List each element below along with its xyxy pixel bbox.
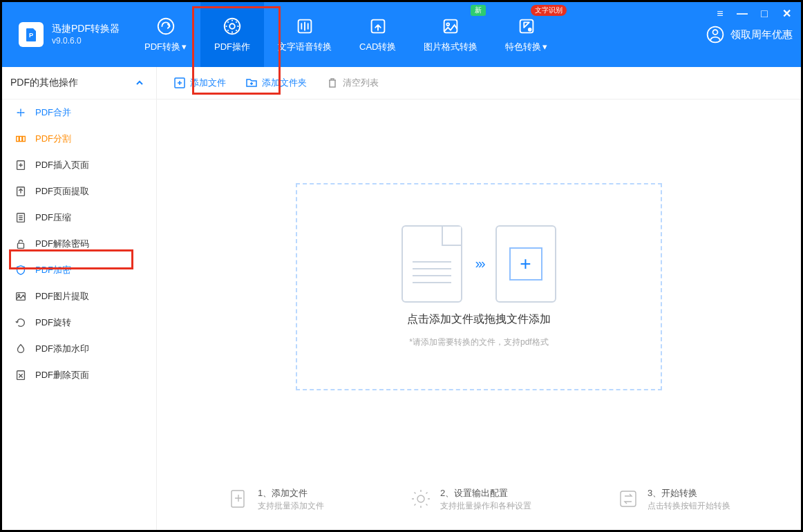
svg-point-3 [229, 23, 235, 29]
arrows-icon: › › › [475, 256, 482, 272]
sidebar-item-delete-page[interactable]: PDF删除页面 [2, 362, 156, 388]
step-sub: 支持批量添加文件 [258, 500, 324, 512]
add-folder-button[interactable]: 添加文件夹 [245, 77, 307, 89]
svg-rect-18 [18, 243, 24, 248]
toolbar-label: 添加文件夹 [262, 77, 307, 89]
sidebar-item-split[interactable]: PDF分割 [2, 126, 156, 152]
toolbar: 添加文件 添加文件夹 清空列表 [157, 67, 801, 99]
svg-point-11 [713, 30, 718, 35]
watermark-icon [15, 343, 27, 355]
sidebar-item-label: PDF压缩 [35, 211, 71, 224]
app-header: P 迅捷PDF转换器 v9.0.6.0 PDF转换▾ PDF操作 文字语音转换 [2, 2, 801, 67]
split-icon [15, 133, 27, 145]
document-icon [402, 225, 462, 303]
step-title: 2、设置输出配置 [440, 486, 531, 500]
chevron-down-icon: ▾ [182, 41, 187, 52]
promo-text: 领取周年优惠 [730, 28, 793, 41]
step-title: 1、添加文件 [258, 486, 324, 500]
step-2: 2、设置输出配置 支持批量操作和各种设置 [410, 486, 531, 513]
svg-rect-12 [17, 136, 19, 141]
dropzone-subtitle: *请添加需要转换的文件，支持pdf格式 [409, 336, 548, 348]
sidebar-item-label: PDF加密 [35, 264, 71, 276]
nav-label: PDF转换 [144, 41, 180, 52]
nav-label: PDF操作 [214, 41, 250, 53]
main-panel: 添加文件 添加文件夹 清空列表 › › › [157, 67, 801, 530]
add-file-button[interactable]: 添加文件 [173, 77, 226, 89]
step-convert-icon [617, 488, 639, 510]
extract-page-icon [15, 185, 27, 198]
sidebar-item-extract-image[interactable]: PDF图片提取 [2, 283, 156, 310]
svg-rect-23 [232, 491, 244, 507]
app-version: v9.0.6.0 [52, 35, 120, 47]
svg-rect-13 [19, 136, 22, 141]
sidebar-item-label: PDF解除密码 [35, 238, 89, 250]
svg-text:P: P [29, 32, 33, 39]
sidebar: PDF的其他操作 PDF合并 PDF分割 PDF插入页面 PDF页面提取 [2, 67, 157, 530]
nav-tab-image[interactable]: 新 图片格式转换 [410, 2, 491, 67]
merge-icon [15, 106, 27, 119]
nav-tab-pdf-operate[interactable]: PDF操作 [200, 2, 264, 67]
step-1: 1、添加文件 支持批量添加文件 [227, 486, 324, 513]
sidebar-item-rotate[interactable]: PDF旋转 [2, 310, 156, 336]
nav-tab-cad[interactable]: CAD转换 [346, 2, 410, 67]
sidebar-item-label: PDF页面提取 [35, 185, 89, 198]
compress-icon [15, 211, 27, 224]
maximize-icon[interactable]: □ [758, 8, 771, 20]
step-title: 3、开始转换 [648, 486, 730, 500]
close-icon[interactable]: ✕ [780, 8, 793, 20]
sidebar-item-unlock[interactable]: PDF解除密码 [2, 231, 156, 257]
nav-label: 特色转换 [505, 41, 541, 52]
add-folder-icon [245, 77, 258, 89]
clear-list-button[interactable]: 清空列表 [326, 77, 379, 89]
image-icon [15, 290, 27, 303]
add-file-icon [173, 77, 186, 89]
app-title: 迅捷PDF转换器 [52, 22, 120, 36]
delete-page-icon [15, 369, 27, 381]
steps-row: 1、添加文件 支持批量添加文件 2、设置输出配置 支持批量操作和各种设置 3、开… [157, 474, 801, 531]
svg-point-24 [417, 495, 424, 502]
svg-point-7 [447, 23, 450, 26]
app-logo-icon: P [19, 22, 44, 47]
shield-icon [15, 264, 27, 276]
step-gear-icon [410, 488, 432, 510]
nav-label: CAD转换 [359, 41, 396, 53]
step-add-icon [227, 488, 249, 510]
nav-tab-pdf-convert[interactable]: PDF转换▾ [131, 2, 200, 67]
sidebar-item-watermark[interactable]: PDF添加水印 [2, 336, 156, 362]
sidebar-item-insert[interactable]: PDF插入页面 [2, 152, 156, 178]
sidebar-item-label: PDF添加水印 [35, 343, 89, 355]
svg-rect-14 [23, 136, 26, 141]
nav-tabs: PDF转换▾ PDF操作 文字语音转换 CAD转换 新 图片格式转换 文字识别 [131, 2, 561, 67]
minimize-icon[interactable]: — [736, 8, 748, 20]
dropzone-illustration: › › › + [402, 225, 556, 303]
step-sub: 点击转换按钮开始转换 [648, 500, 730, 512]
nav-tab-special[interactable]: 文字识别 特色转换▾ [491, 2, 561, 67]
plus-icon: + [509, 247, 542, 281]
badge-ocr: 文字识别 [531, 5, 567, 16]
dropzone[interactable]: › › › + 点击添加文件或拖拽文件添加 *请添加需要转换的文件，支持pdf格… [296, 183, 662, 390]
sidebar-item-encrypt[interactable]: PDF加密 [2, 257, 156, 283]
svg-point-9 [529, 28, 531, 31]
sidebar-item-extract-page[interactable]: PDF页面提取 [2, 178, 156, 205]
app-title-block: 迅捷PDF转换器 v9.0.6.0 [52, 22, 120, 47]
svg-point-1 [158, 19, 173, 35]
sidebar-item-merge[interactable]: PDF合并 [2, 99, 156, 126]
sidebar-item-label: PDF旋转 [35, 316, 71, 329]
sidebar-item-label: PDF分割 [35, 133, 71, 145]
toolbar-label: 添加文件 [190, 77, 226, 89]
sidebar-item-label: PDF合并 [35, 106, 71, 119]
unlock-icon [15, 238, 27, 250]
insert-page-icon [15, 159, 27, 171]
step-sub: 支持批量操作和各种设置 [440, 500, 531, 512]
sidebar-item-label: PDF图片提取 [35, 290, 89, 303]
nav-label: 图片格式转换 [424, 41, 478, 53]
nav-tab-tts[interactable]: 文字语音转换 [264, 2, 346, 67]
menu-icon[interactable]: ≡ [714, 8, 726, 20]
rotate-icon [15, 316, 27, 329]
promo-link[interactable]: 领取周年优惠 [706, 25, 793, 44]
sidebar-header[interactable]: PDF的其他操作 [2, 67, 156, 99]
sidebar-item-compress[interactable]: PDF压缩 [2, 205, 156, 231]
svg-rect-25 [621, 491, 636, 506]
step-3: 3、开始转换 点击转换按钮开始转换 [617, 486, 730, 513]
badge-new: 新 [471, 5, 486, 16]
